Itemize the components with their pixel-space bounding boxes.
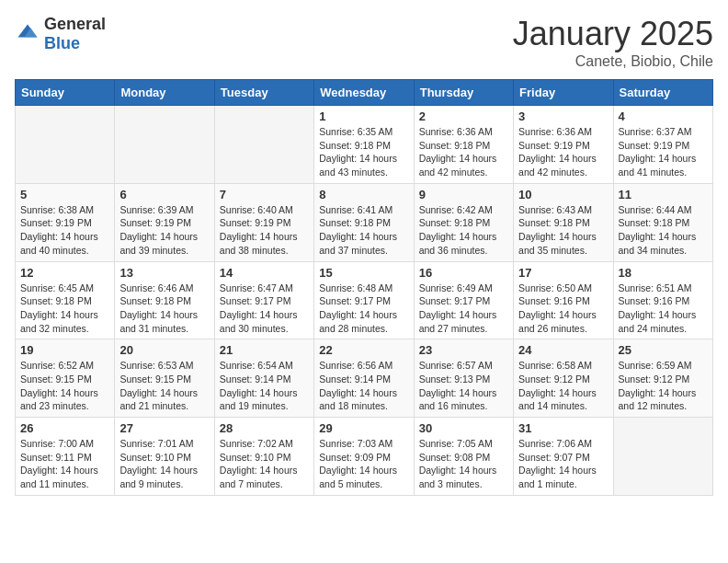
calendar-cell: 31Sunrise: 7:06 AMSunset: 9:07 PMDayligh… [514,418,613,496]
sunrise-text: Sunrise: 6:46 AM [119,282,193,293]
calendar-cell: 26Sunrise: 7:00 AMSunset: 9:11 PMDayligh… [16,418,115,496]
sunrise-text: Sunrise: 6:36 AM [419,126,493,137]
sunset-text: Sunset: 9:11 PM [20,452,92,463]
sunrise-text: Sunrise: 7:05 AM [419,438,493,449]
calendar-cell: 28Sunrise: 7:02 AMSunset: 9:10 PMDayligh… [214,418,313,496]
day-number: 26 [20,421,109,435]
sunset-text: Sunset: 9:15 PM [20,373,92,385]
daylight-text: Daylight: 14 hours and 31 minutes. [119,309,198,334]
day-info: Sunrise: 6:53 AMSunset: 9:15 PMDaylight:… [119,359,209,413]
calendar-cell: 25Sunrise: 6:59 AMSunset: 9:12 PMDayligh… [613,339,712,418]
day-info: Sunrise: 6:49 AMSunset: 9:17 PMDaylight:… [419,282,508,336]
sunrise-text: Sunrise: 6:52 AM [20,360,94,371]
day-info: Sunrise: 6:46 AMSunset: 9:18 PMDaylight:… [119,282,209,336]
day-number: 18 [619,266,708,280]
day-info: Sunrise: 6:42 AMSunset: 9:18 PMDaylight:… [419,203,508,258]
calendar-cell: 27Sunrise: 7:01 AMSunset: 9:10 PMDayligh… [115,418,214,496]
sunset-text: Sunset: 9:17 PM [419,295,491,306]
day-number: 19 [20,343,109,357]
sunset-text: Sunset: 9:10 PM [119,452,191,463]
sunset-text: Sunset: 9:08 PM [419,452,491,463]
sunset-text: Sunset: 9:12 PM [518,373,590,385]
day-info: Sunrise: 7:05 AMSunset: 9:08 PMDaylight:… [419,437,508,491]
daylight-text: Daylight: 14 hours and 35 minutes. [518,231,597,256]
daylight-text: Daylight: 14 hours and 26 minutes. [518,309,597,334]
day-number: 14 [220,266,309,280]
sunset-text: Sunset: 9:12 PM [619,373,690,385]
logo-general: General [44,15,106,33]
day-number: 2 [419,109,508,123]
sunrise-text: Sunrise: 6:43 AM [518,204,592,215]
sunrise-text: Sunrise: 6:39 AM [119,204,193,215]
day-info: Sunrise: 7:01 AMSunset: 9:10 PMDaylight:… [119,437,209,491]
daylight-text: Daylight: 14 hours and 32 minutes. [20,309,98,334]
sunset-text: Sunset: 9:18 PM [319,140,391,151]
day-number: 17 [518,266,608,280]
sunrise-text: Sunrise: 6:53 AM [119,360,193,371]
sunrise-text: Sunrise: 6:49 AM [419,282,493,293]
daylight-text: Daylight: 14 hours and 5 minutes. [319,465,397,489]
sunset-text: Sunset: 9:09 PM [319,452,391,463]
daylight-text: Daylight: 14 hours and 38 minutes. [220,231,298,256]
daylight-text: Daylight: 14 hours and 9 minutes. [119,465,198,489]
day-info: Sunrise: 6:36 AMSunset: 9:18 PMDaylight:… [419,125,508,179]
sunrise-text: Sunrise: 7:02 AM [220,438,293,449]
sunset-text: Sunset: 9:18 PM [518,217,590,228]
weekday-header-wednesday: Wednesday [314,80,414,106]
daylight-text: Daylight: 14 hours and 12 minutes. [619,387,697,412]
day-number: 6 [119,188,209,201]
day-number: 23 [419,343,508,357]
daylight-text: Daylight: 14 hours and 21 minutes. [119,387,198,412]
sunrise-text: Sunrise: 7:00 AM [20,438,94,449]
logo-blue: Blue [44,34,80,52]
sunset-text: Sunset: 9:19 PM [119,217,191,228]
calendar-cell [214,106,313,184]
sunset-text: Sunset: 9:16 PM [518,295,590,306]
calendar-cell: 10Sunrise: 6:43 AMSunset: 9:18 PMDayligh… [514,183,613,261]
day-number: 7 [220,188,309,201]
weekday-header-tuesday: Tuesday [214,80,313,106]
calendar-cell: 3Sunrise: 6:36 AMSunset: 9:19 PMDaylight… [514,106,613,184]
day-info: Sunrise: 7:02 AMSunset: 9:10 PMDaylight:… [220,437,309,491]
day-info: Sunrise: 6:57 AMSunset: 9:13 PMDaylight:… [419,359,508,413]
daylight-text: Daylight: 14 hours and 28 minutes. [319,309,397,334]
calendar-cell: 8Sunrise: 6:41 AMSunset: 9:18 PMDaylight… [314,183,414,261]
calendar-cell: 20Sunrise: 6:53 AMSunset: 9:15 PMDayligh… [115,339,214,418]
sunset-text: Sunset: 9:14 PM [220,373,291,385]
sunset-text: Sunset: 9:18 PM [419,140,491,151]
sunrise-text: Sunrise: 7:03 AM [319,438,392,449]
calendar-cell: 1Sunrise: 6:35 AMSunset: 9:18 PMDaylight… [314,106,414,184]
sunrise-text: Sunrise: 7:06 AM [518,438,592,449]
calendar-cell: 30Sunrise: 7:05 AMSunset: 9:08 PMDayligh… [414,418,513,496]
calendar-title: January 2025 [513,15,713,53]
day-info: Sunrise: 6:54 AMSunset: 9:14 PMDaylight:… [220,359,309,413]
daylight-text: Daylight: 14 hours and 18 minutes. [319,387,397,412]
calendar-cell: 16Sunrise: 6:49 AMSunset: 9:17 PMDayligh… [414,261,513,339]
day-info: Sunrise: 6:56 AMSunset: 9:14 PMDaylight:… [319,359,408,413]
day-number: 15 [319,266,408,280]
day-info: Sunrise: 6:38 AMSunset: 9:19 PMDaylight:… [20,203,109,258]
sunrise-text: Sunrise: 6:51 AM [619,282,692,293]
page-header: General Blue January 2025 Canete, Biobio… [15,15,713,70]
day-info: Sunrise: 7:00 AMSunset: 9:11 PMDaylight:… [20,437,109,491]
calendar-cell: 24Sunrise: 6:58 AMSunset: 9:12 PMDayligh… [514,339,613,418]
day-number: 24 [518,343,608,357]
daylight-text: Daylight: 14 hours and 16 minutes. [419,387,497,412]
calendar-cell: 14Sunrise: 6:47 AMSunset: 9:17 PMDayligh… [214,261,313,339]
day-number: 12 [20,266,109,280]
daylight-text: Daylight: 14 hours and 37 minutes. [319,231,397,256]
daylight-text: Daylight: 14 hours and 42 minutes. [419,153,497,178]
sunrise-text: Sunrise: 6:54 AM [220,360,293,371]
calendar-week-row: 19Sunrise: 6:52 AMSunset: 9:15 PMDayligh… [16,339,713,418]
day-info: Sunrise: 6:43 AMSunset: 9:18 PMDaylight:… [518,203,608,258]
daylight-text: Daylight: 14 hours and 19 minutes. [220,387,298,412]
sunrise-text: Sunrise: 6:41 AM [319,204,392,215]
sunset-text: Sunset: 9:07 PM [518,452,590,463]
day-info: Sunrise: 6:45 AMSunset: 9:18 PMDaylight:… [20,282,109,336]
daylight-text: Daylight: 14 hours and 1 minute. [518,465,597,489]
sunrise-text: Sunrise: 6:57 AM [419,360,493,371]
day-info: Sunrise: 6:39 AMSunset: 9:19 PMDaylight:… [119,203,209,258]
daylight-text: Daylight: 14 hours and 30 minutes. [220,309,298,334]
sunrise-text: Sunrise: 6:38 AM [20,204,94,215]
day-number: 29 [319,421,408,435]
